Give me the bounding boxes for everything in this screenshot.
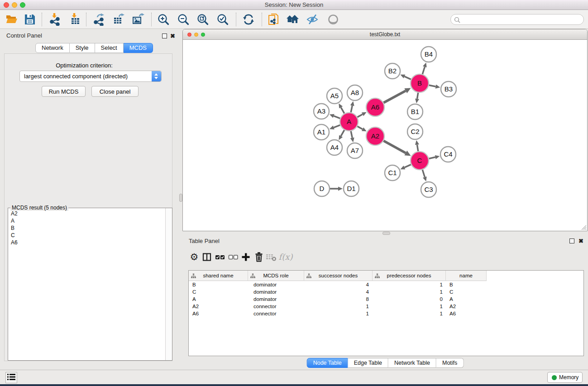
zoom-fit-button[interactable] (196, 13, 210, 26)
table-cell: C (446, 288, 487, 295)
mcds-result-item[interactable]: C (9, 232, 165, 239)
zoom-out-button[interactable] (177, 13, 190, 26)
open-file-button[interactable] (5, 13, 19, 26)
tab-select[interactable]: Select (95, 43, 124, 53)
export-image-icon (132, 13, 144, 26)
refresh-layout-button[interactable] (242, 13, 255, 26)
import-network-button[interactable] (48, 13, 62, 26)
memory-button[interactable]: Memory (547, 372, 583, 383)
graph-edge-C-C2[interactable] (417, 145, 418, 152)
graph-edge-B-B1[interactable] (417, 93, 418, 99)
graph-edge-A-A5[interactable] (341, 107, 344, 113)
tab-mcds[interactable]: MCDS (124, 43, 153, 53)
export-image-button[interactable] (131, 13, 145, 26)
network-window-titlebar[interactable]: testGlobe.txt (183, 29, 587, 40)
graph-edge-A-A6[interactable] (357, 114, 363, 117)
task-history-button[interactable] (5, 372, 17, 383)
table-cell: 1 (373, 281, 446, 288)
function-builder-button[interactable]: f(x) (278, 251, 293, 263)
mcds-result-item[interactable]: A6 (9, 239, 165, 246)
graph-edge-B-B3[interactable] (429, 85, 436, 86)
column-visibility-button[interactable] (201, 251, 213, 263)
zoom-selected-button[interactable] (216, 13, 229, 26)
import-table-button[interactable] (68, 13, 81, 26)
delete-table-button[interactable] (265, 251, 277, 263)
tab-network[interactable]: Network (35, 43, 70, 53)
search-input[interactable] (463, 15, 580, 24)
graph-edge-arrowhead (330, 114, 335, 118)
zoom-in-button[interactable] (157, 13, 170, 26)
graph-edge-C-C3[interactable] (422, 170, 425, 177)
search-icon (454, 17, 460, 23)
graph-edge-A-A8[interactable] (351, 105, 352, 112)
tab-edge-table[interactable]: Edge Table (348, 358, 388, 368)
graph-edge-arrowhead (415, 99, 419, 104)
app-titlebar[interactable]: Session: New Session (0, 0, 588, 10)
table-row[interactable]: A2connector11A2 (189, 303, 583, 310)
table-panel-float-icon[interactable] (569, 238, 574, 243)
result-scrollbar[interactable] (165, 208, 172, 360)
table-panel-close-icon[interactable]: ✖ (578, 238, 583, 243)
control-panel-close-icon[interactable]: ✖ (170, 33, 175, 38)
vertical-splitter-grip[interactable] (179, 194, 182, 202)
tab-node-table[interactable]: Node Table (307, 358, 348, 368)
export-network-button[interactable] (92, 13, 106, 26)
tab-style[interactable]: Style (70, 43, 95, 53)
graph-edge-A-A1[interactable] (334, 125, 340, 127)
table-row[interactable]: Bdominator41B (189, 281, 583, 288)
table-cell: 1 (373, 288, 446, 295)
network-document-button[interactable] (267, 13, 281, 26)
column-header-predecessor-nodes[interactable]: predecessor nodes (373, 271, 446, 281)
criterion-dropdown[interactable]: largest connected component (directed) (19, 71, 162, 82)
save-session-button[interactable] (23, 13, 37, 26)
column-header-label: successor nodes (319, 273, 358, 278)
table-cell: connector (248, 303, 304, 310)
graph-edge-B-B2[interactable] (404, 76, 411, 79)
hide-graphics-details-button[interactable] (306, 13, 319, 26)
close-panel-button[interactable]: Close panel (91, 86, 139, 97)
table-header-row: shared nameMCDS rolesuccessor nodesprede… (189, 271, 487, 281)
zoom-fit-icon (196, 13, 209, 26)
run-mcds-button[interactable]: Run MCDS (42, 86, 86, 97)
network-canvas[interactable]: B4B2BB3A5A8A6B1A3AA1C2A2A4A7C4CC1C3DD1 (183, 40, 587, 231)
checked-boxes-icon (215, 253, 225, 262)
table-row[interactable]: A6connector11A6 (189, 310, 583, 317)
table-settings-button[interactable]: ⚙ (188, 251, 200, 263)
horizontal-splitter-grip[interactable] (382, 232, 390, 235)
gear-icon: ⚙ (190, 252, 199, 262)
table-cell: B (446, 281, 487, 288)
graph-edge-A-A4[interactable] (341, 130, 344, 136)
delete-column-button[interactable] (253, 251, 265, 263)
birds-eye-view-button[interactable] (326, 13, 340, 26)
column-header-successor-nodes[interactable]: successor nodes (304, 271, 373, 281)
graph-edge-A-A2[interactable] (357, 126, 363, 129)
mcds-result-item[interactable]: B (9, 224, 165, 232)
table-cell: A6 (189, 310, 248, 317)
memory-label: Memory (559, 374, 578, 381)
add-column-button[interactable] (240, 251, 252, 263)
graph-edge-A-A7[interactable] (351, 131, 352, 138)
window-resize-grip[interactable] (580, 224, 586, 230)
tab-network-table[interactable]: Network Table (388, 358, 436, 368)
search-field[interactable] (450, 14, 584, 25)
graph-edge-A-A3[interactable] (334, 116, 340, 118)
mcds-result-item[interactable]: A2 (9, 210, 165, 217)
select-all-button[interactable] (214, 251, 226, 263)
column-header-shared-name[interactable]: shared name (189, 271, 248, 281)
control-panel-float-icon[interactable] (162, 33, 167, 38)
table-panel: Table Panel ✖ ⚙ (182, 235, 588, 369)
graph-edge-A6-B[interactable] (383, 91, 406, 103)
mcds-result-item[interactable]: A (9, 217, 165, 224)
graph-edge-C-C1[interactable] (404, 165, 411, 167)
graph-edge-C-C4[interactable] (429, 157, 435, 158)
table-row[interactable]: Cdominator41C (189, 288, 583, 295)
column-header-name[interactable]: name (446, 271, 487, 281)
graph-edge-A2-C[interactable] (383, 141, 406, 153)
export-table-button[interactable] (111, 13, 125, 26)
home-button[interactable] (286, 13, 299, 26)
graph-edge-B-B4[interactable] (422, 67, 425, 74)
tab-motifs[interactable]: Motifs (436, 358, 464, 368)
deselect-all-button[interactable] (227, 251, 239, 263)
table-row[interactable]: Adominator80A (189, 295, 583, 303)
column-header-MCDS-role[interactable]: MCDS role (248, 271, 304, 281)
